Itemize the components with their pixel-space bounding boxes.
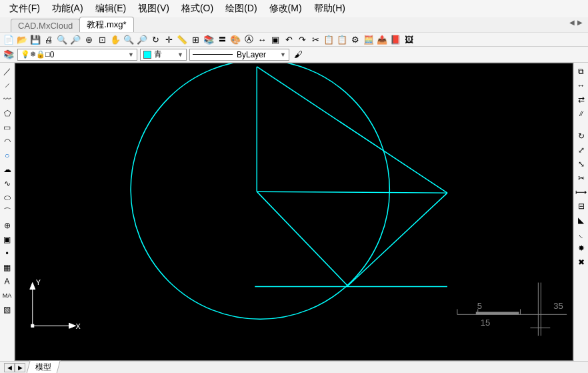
color-swatch-icon <box>143 51 151 59</box>
hatch-tool-icon[interactable]: ▦ <box>1 262 13 274</box>
line-tool-icon[interactable]: ／ <box>1 65 13 77</box>
menu-edit[interactable]: 编辑(E) <box>91 1 131 16</box>
make-block-tool-icon[interactable]: ▣ <box>1 234 13 246</box>
menu-format[interactable]: 格式(O) <box>177 1 217 16</box>
fillet-tool-icon[interactable]: ◟ <box>575 228 587 240</box>
tab-prev-icon[interactable]: ◀ <box>569 19 575 26</box>
sheet-prev-button[interactable]: ◀ <box>4 363 15 372</box>
redo-icon[interactable]: ↷ <box>296 33 308 45</box>
color-icon[interactable]: 🎨 <box>229 33 241 45</box>
zoom-out-icon[interactable]: 🔎 <box>69 33 81 45</box>
zoom-extents-icon[interactable]: ⊕ <box>83 33 95 45</box>
drawn-line-3 <box>257 192 347 286</box>
print-icon[interactable]: 🖨 <box>43 33 55 45</box>
zoom-realtime-icon[interactable]: 🔎 <box>136 33 148 45</box>
menu-func[interactable]: 功能(A) <box>48 1 87 16</box>
paste-icon[interactable]: 📋 <box>336 33 348 45</box>
copy-icon[interactable]: 📋 <box>323 33 335 45</box>
xline-tool-icon[interactable]: ⟋ <box>1 79 13 91</box>
chamfer-tool-icon[interactable]: ◣ <box>575 214 587 226</box>
pdf-icon[interactable]: 📕 <box>389 33 401 45</box>
tab-next-icon[interactable]: ▶ <box>577 19 583 26</box>
image-icon[interactable]: 🖼 <box>403 33 415 45</box>
drawn-line-4 <box>348 193 447 286</box>
export-icon[interactable]: 📤 <box>376 33 388 45</box>
rect-tool-icon[interactable]: ▭ <box>1 121 13 133</box>
block-icon[interactable]: ▣ <box>269 33 281 45</box>
linetype-preview-icon <box>193 54 233 55</box>
menu-file[interactable]: 文件(F) <box>5 1 44 16</box>
zoom-in-icon[interactable]: 🔍 <box>56 33 68 45</box>
save-icon[interactable]: 💾 <box>29 33 41 45</box>
scale-tool-icon[interactable]: ⤢ <box>575 144 587 156</box>
menu-view[interactable]: 视图(V) <box>134 1 173 16</box>
stretch-tool-icon[interactable]: ⤡ <box>575 158 587 170</box>
mirror-tool-icon[interactable]: ⇄ <box>575 93 587 105</box>
break-tool-icon[interactable]: ⊟ <box>575 200 587 212</box>
polygon-tool-icon[interactable]: ⬠ <box>1 107 13 119</box>
scale-35: 35 <box>553 301 563 311</box>
extend-tool-icon[interactable]: ⟼ <box>575 186 587 198</box>
ellipse-tool-icon[interactable]: ⬭ <box>1 192 13 204</box>
linetype-name: ByLayer <box>237 50 266 59</box>
text-style-icon[interactable]: Ⓐ <box>243 33 255 45</box>
insert-block-tool-icon[interactable]: ⊕ <box>1 220 13 232</box>
menu-bar: 文件(F) 功能(A) 编辑(E) 视图(V) 格式(O) 绘图(D) 修改(M… <box>0 0 588 17</box>
circle-tool-icon[interactable]: ○ <box>1 149 13 161</box>
model-tab[interactable]: 模型 <box>26 360 61 373</box>
open-icon[interactable]: 📂 <box>16 33 28 45</box>
offset-tool-icon[interactable]: ⫽ <box>575 107 587 119</box>
menu-draw[interactable]: 绘图(D) <box>221 1 261 16</box>
dim-style-icon[interactable]: ↔ <box>256 33 268 45</box>
pline-tool-icon[interactable]: 〰 <box>1 93 13 105</box>
cut-icon[interactable]: ✂ <box>309 33 321 45</box>
drawn-line-1 <box>257 67 447 193</box>
properties-icon[interactable]: ⚙ <box>349 33 361 45</box>
point-tool-icon[interactable]: • <box>1 248 13 260</box>
linetype-combo[interactable]: ByLayer ▼ <box>189 49 289 61</box>
zoom-prev-icon[interactable]: 🔍 <box>123 33 135 45</box>
crosshair-icon[interactable]: ✛ <box>163 33 175 45</box>
text-tool-icon[interactable]: A <box>1 276 13 288</box>
bottom-tab-bar: ◀ ▶ 模型 <box>0 361 588 373</box>
erase-tool-icon[interactable]: ✖ <box>575 256 587 268</box>
spline-tool-icon[interactable]: ∿ <box>1 177 13 190</box>
move-tool-icon[interactable]: ↔ <box>575 79 587 91</box>
ellipse-arc-tool-icon[interactable]: ⌒ <box>1 206 13 218</box>
linetype-icon[interactable]: 〓 <box>216 33 228 45</box>
scale-bar-fill <box>476 312 519 314</box>
calc-icon[interactable]: 🧮 <box>363 33 375 45</box>
color-combo[interactable]: 青 ▼ <box>140 49 187 61</box>
undo-icon[interactable]: ↶ <box>283 33 295 45</box>
measure-icon[interactable]: 📏 <box>176 33 188 45</box>
chevron-down-icon: ▼ <box>128 51 134 58</box>
new-icon[interactable]: 📄 <box>3 33 15 45</box>
doc-tab-2[interactable]: 教程.mxg* <box>79 17 133 32</box>
scale-ruler <box>457 283 567 336</box>
menu-modify[interactable]: 修改(M) <box>265 1 306 16</box>
menu-help[interactable]: 帮助(H) <box>310 1 349 16</box>
mtext-tool-icon[interactable]: MA <box>1 290 13 302</box>
regen-icon[interactable]: ↻ <box>149 33 161 45</box>
pan-icon[interactable]: ✋ <box>109 33 121 45</box>
layer-combo[interactable]: 💡❄🔒□ 0 ▼ <box>17 49 137 61</box>
arc-tool-icon[interactable]: ◠ <box>1 135 13 147</box>
snap-icon[interactable]: ⊞ <box>189 33 201 45</box>
sheet-next-button[interactable]: ▶ <box>15 363 25 372</box>
explode-tool-icon[interactable]: ✸ <box>575 242 587 254</box>
document-tab-bar: CAD.MxCloud 教程.mxg* ◀ ▶ <box>0 17 588 32</box>
match-props-icon[interactable]: 🖌 <box>292 49 304 61</box>
rotate-tool-icon[interactable]: ↻ <box>575 130 587 142</box>
zoom-window-icon[interactable]: ⊡ <box>96 33 108 45</box>
ucs-x-label: X <box>75 322 81 330</box>
copy-obj-tool-icon[interactable]: ⧉ <box>575 65 587 77</box>
layers-icon[interactable]: 📚 <box>203 33 215 45</box>
revcloud-tool-icon[interactable]: ☁ <box>1 163 13 175</box>
region-tool-icon[interactable]: ▧ <box>1 304 13 316</box>
doc-tab-1[interactable]: CAD.MxCloud <box>11 19 80 32</box>
layer-manager-icon[interactable]: 📚 <box>3 49 15 61</box>
workspace: ／ ⟋ 〰 ⬠ ▭ ◠ ○ ☁ ∿ ⬭ ⌒ ⊕ ▣ • ▦ A MA ▧ <box>0 63 588 361</box>
trim-tool-icon[interactable]: ✂ <box>575 172 587 184</box>
chevron-down-icon: ▼ <box>177 51 183 58</box>
drawing-canvas[interactable]: Y X 5 35 15 <box>15 63 573 361</box>
